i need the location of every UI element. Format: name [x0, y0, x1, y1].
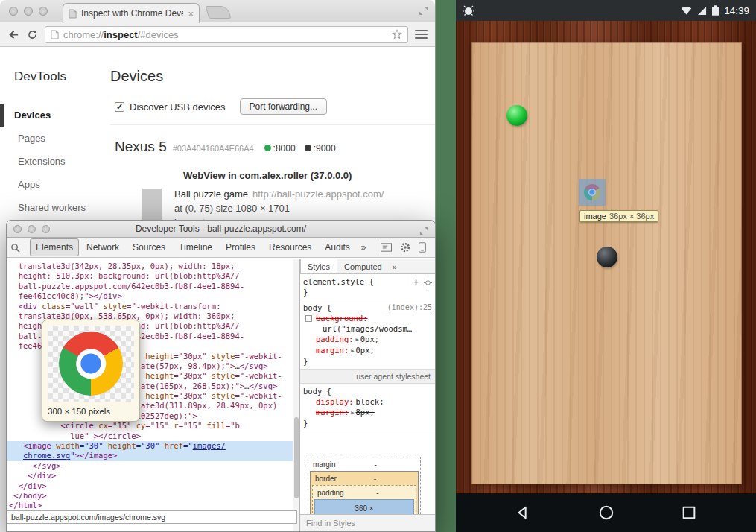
devtools-tab-elements[interactable]: Elements: [30, 238, 79, 256]
green-ball[interactable]: [506, 105, 527, 126]
sidebar-item-shared-workers[interactable]: Shared workers: [0, 196, 110, 219]
rule-selector[interactable]: body {: [303, 303, 331, 313]
tooltip-dimensions: 36px × 36px: [609, 212, 654, 221]
nav-back-button[interactable]: [515, 504, 531, 521]
bookmark-star-icon[interactable]: [392, 29, 402, 39]
fullscreen-expand-icon[interactable]: [419, 6, 428, 16]
devtools-tab-profiles[interactable]: Profiles: [220, 238, 261, 256]
dark-ball[interactable]: [597, 247, 617, 267]
browser-menu-icon[interactable]: [415, 30, 428, 39]
devtools-window: Developer Tools - ball-puzzle.appspot.co…: [6, 220, 436, 532]
code-line[interactable]: height: 510.3px; background: url(blob:ht…: [9, 271, 299, 281]
discover-usb-checkbox[interactable]: ✓: [115, 102, 124, 112]
code-token: </svg>: [9, 461, 61, 470]
code-token: class: [42, 302, 66, 311]
expand-arrow-icon[interactable]: ▶: [351, 348, 354, 354]
port-forwarding-button[interactable]: Port forwarding...: [240, 98, 327, 115]
sidebar-item-extensions[interactable]: Extensions: [0, 150, 110, 173]
styles-filter-field[interactable]: Find in Styles: [300, 514, 435, 531]
code-line[interactable]: translate3d(342px, 28.35px, 0px); width:…: [9, 262, 299, 271]
padding-top-value[interactable]: -: [344, 488, 411, 498]
code-line[interactable]: </body>: [9, 491, 299, 501]
nav-home-button[interactable]: [598, 504, 614, 521]
styles-tab-styles[interactable]: Styles: [300, 259, 337, 273]
tab-favicon-icon: [69, 9, 77, 19]
status-clock: 14:39: [724, 5, 749, 16]
styles-overflow-chevron[interactable]: »: [389, 259, 401, 273]
code-token: lue": [9, 431, 94, 440]
rule-selector[interactable]: body {: [303, 386, 331, 396]
code-line[interactable]: </div>: [9, 481, 299, 491]
code-line[interactable]: </svg>: [9, 461, 299, 471]
devtools-tab-timeline[interactable]: Timeline: [173, 238, 218, 256]
sidebar-item-pages[interactable]: Pages: [0, 127, 110, 150]
code-token: ></circle>: [94, 431, 141, 440]
code-token: <image: [23, 441, 56, 450]
code-line[interactable]: lue" ></circle>: [9, 431, 299, 441]
styles-tab-computed[interactable]: Computed: [337, 259, 389, 273]
url-host: inspect: [104, 29, 138, 40]
code-line[interactable]: <image width="30" height="30" href="imag…: [7, 441, 299, 451]
nav-recents-button[interactable]: [681, 504, 697, 521]
border-top-value[interactable]: -: [337, 474, 413, 484]
maximize-window-button[interactable]: [39, 7, 48, 16]
css-property-margin[interactable]: margin:▶0px;: [303, 345, 432, 356]
code-token: height: 510.3px; background: url(blob:ht…: [9, 271, 240, 280]
discover-usb-label[interactable]: Discover USB devices: [130, 101, 226, 113]
margin-top-value[interactable]: -: [336, 460, 416, 470]
elements-scrollbar[interactable]: [293, 259, 299, 531]
code-line[interactable]: ball-puzzle.appspot.com/642ec0b3-fb8f-4e…: [9, 282, 299, 291]
css-property-margin-ua[interactable]: margin:▶8px;: [303, 407, 432, 418]
code-line[interactable]: <div class="wall" style="-webkit-transfo…: [9, 302, 299, 311]
scrollbar-thumb[interactable]: [294, 417, 299, 499]
code-token: images/: [193, 441, 226, 450]
devtools-tab-network[interactable]: Network: [80, 238, 125, 256]
console-toggle-icon[interactable]: [381, 243, 392, 252]
devtools-tab-audits[interactable]: Audits: [319, 238, 355, 256]
css-property-padding[interactable]: padding:▶0px;: [303, 334, 432, 345]
sidebar-item-apps[interactable]: Apps: [0, 173, 110, 196]
device-mode-icon[interactable]: [419, 242, 426, 253]
new-tab-button[interactable]: [206, 6, 232, 19]
devtools-close-button[interactable]: [13, 225, 22, 233]
css-property-display[interactable]: display:block;: [303, 396, 432, 407]
sidebar-item-devices[interactable]: Devices: [0, 104, 110, 127]
browser-tab[interactable]: Inspect with Chrome Deve ×: [63, 3, 200, 23]
code-token: </svg>: [240, 361, 268, 370]
transparency-checkerboard: [48, 326, 134, 402]
devtools-tab-resources[interactable]: Resources: [263, 238, 317, 256]
refresh-button[interactable]: [27, 29, 38, 40]
back-button[interactable]: [7, 28, 20, 41]
tab-close-icon[interactable]: ×: [188, 9, 194, 19]
port-badge[interactable]: :9000: [305, 143, 336, 153]
port-badge[interactable]: :8000: [264, 143, 296, 153]
devtools-tab-sources[interactable]: Sources: [127, 238, 171, 256]
code-line[interactable]: </div>: [9, 471, 299, 481]
code-line[interactable]: </html>: [9, 501, 299, 510]
rule-source-link[interactable]: (index):25: [387, 303, 432, 313]
code-token: style: [212, 352, 235, 361]
settings-gear-icon[interactable]: [400, 242, 410, 253]
close-window-button[interactable]: [9, 7, 18, 16]
code-line[interactable]: fee461cc40c8);"></div>: [9, 291, 299, 301]
new-style-rule-icon[interactable]: +: [413, 277, 419, 288]
element-style-selector[interactable]: element.style {: [303, 276, 374, 287]
property-enable-checkbox[interactable]: [305, 315, 312, 322]
toggle-element-state-icon[interactable]: [424, 279, 432, 287]
devtools-maximize-button[interactable]: [42, 225, 50, 233]
ua-style-rule: body { display:block; margin:▶8px; }: [300, 384, 435, 431]
browser-toolbar: chrome://inspect/#devices: [0, 22, 435, 47]
expand-arrow-icon[interactable]: ▶: [356, 337, 359, 343]
port-status-dot: [264, 145, 271, 151]
expand-arrow-icon[interactable]: ▶: [351, 410, 354, 416]
code-line[interactable]: chrome.svg"></image>: [7, 451, 299, 460]
devtools-expand-icon[interactable]: [419, 227, 428, 235]
address-bar[interactable]: chrome://inspect/#devices: [45, 26, 408, 43]
code-line[interactable]: <circle cx="15" cy="15" r="15" fill="b: [9, 421, 299, 431]
inspect-element-search-icon[interactable]: [10, 243, 20, 253]
minimize-window-button[interactable]: [24, 7, 33, 16]
css-property-background[interactable]: background:: [303, 313, 432, 323]
url-text[interactable]: chrome://inspect/#devices: [63, 29, 387, 40]
devtools-minimize-button[interactable]: [28, 225, 36, 233]
tabs-overflow-chevron[interactable]: »: [358, 242, 369, 253]
